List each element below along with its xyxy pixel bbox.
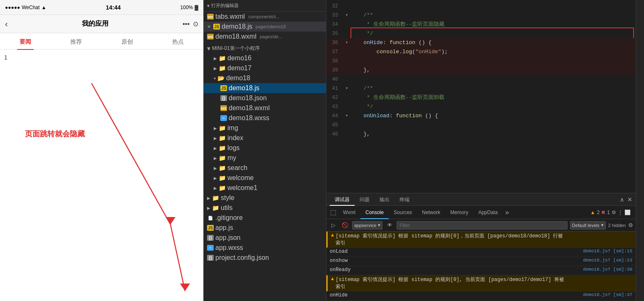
execute-icon[interactable]: ▷ [329,221,338,230]
tab-issues[interactable]: 问题 [355,193,375,206]
console-icons: ∧ ✕ [620,196,632,203]
file-app-json[interactable]: {} app.json [204,233,326,243]
project-chevron: ▾ [207,44,210,52]
devtab-sources[interactable]: Sources [389,206,417,219]
folder-icon-welcome1: 📁 [219,185,226,191]
folder-arrow: ▶ [214,146,217,150]
folder-arrow-open: ▾ [214,76,216,81]
inspect-element-icon[interactable]: ⬚ [328,207,338,217]
folder-demo17[interactable]: ▶ 📁 demo17 [204,63,326,73]
svg-line-2 [170,225,185,291]
file-demo18-js[interactable]: JS demo18.js [204,83,326,93]
editor-panel: 32 33 ▾ /** 34 * 生命周期函数--监听页面隐藏 [326,0,636,301]
tab-yaowen[interactable]: 要闻 [0,38,51,49]
code-line-39: 39 }, [326,66,636,75]
project-root[interactable]: ▾ MINI-01第一个小程序 [204,43,326,53]
file-project-config[interactable]: {} project.config.json [204,253,326,263]
wxml-file-icon2: wx [207,34,214,39]
folder-search[interactable]: ▶ 📁 search [204,163,326,173]
close-file-icon[interactable]: ✕ [207,24,211,30]
code-line-45: 45 [326,121,636,130]
folder-icon-utils: 📁 [212,205,219,211]
svg-line-0 [91,83,170,225]
folder-arrow: ▶ [207,206,210,210]
folder-welcome1[interactable]: ▶ 📁 welcome1 [204,183,326,193]
collapse-icon[interactable]: ∧ [620,196,624,203]
devtools-screen-icon[interactable]: ⬜ [624,210,631,215]
open-file-tabs-wxml[interactable]: wx tabs.wxml components\t... [204,12,326,22]
devtab-console[interactable]: Console [360,206,389,219]
code-line-41: 41 ▾ /** [326,84,636,93]
error-badge: ✖ [601,210,605,215]
code-line-42: 42 * 生命周期函数--监听页面卸载 [326,93,636,102]
network-label: WeChat [22,5,39,10]
folder-demo16[interactable]: ▶ 📁 demo16 [204,53,326,63]
devtab-network[interactable]: Network [417,206,445,219]
right-sidebar [636,0,644,301]
close-console-icon[interactable]: ✕ [627,196,632,203]
folder-my[interactable]: ▶ 📁 my [204,153,326,163]
devtools-gear-icon[interactable]: ⚙ [612,210,616,215]
more-button[interactable]: ••• [183,20,190,28]
json-icon-app: {} [207,235,214,241]
folder-icon-index: 📁 [219,135,226,141]
file-demo18-wxss[interactable]: ~ demo18.wxss [204,113,326,123]
file-app-wxss[interactable]: ~ app.wxss [204,243,326,253]
folder-icon-demo16: 📁 [219,55,226,62]
folder-logs[interactable]: ▶ 📁 logs [204,143,326,153]
tab-redian[interactable]: 热点 [153,38,203,49]
eye-icon[interactable]: 👁 [385,221,394,230]
log-row-sitemap-warn2: ▲ [sitemap 索引情况提示] 根据 sitemap 的规则[0], 当前… [326,275,636,291]
console-filter-bar: ▷ 🚫 appservice ▾ 👁 Default levels ▾ 2 hi… [326,219,636,232]
filter-gear-icon[interactable]: ⚙ [628,222,633,228]
tab-terminal[interactable]: 终端 [395,193,415,206]
battery-label: 100% [180,5,193,10]
folder-icon-style: 📁 [212,195,219,201]
wifi-icon: ▲ [41,5,46,10]
open-file-demo18-js[interactable]: ✕ JS demo18.js pages\demo18 [204,22,326,32]
tab-tuijian[interactable]: 推荐 [51,38,101,49]
folder-welcome[interactable]: ▶ 📁 welcome [204,173,326,183]
folder-demo18[interactable]: ▾ 📂 demo18 [204,73,326,83]
code-line-40: 40 [326,75,636,84]
folder-index[interactable]: ▶ 📁 index [204,133,326,143]
folder-icon-logs: 📁 [219,145,226,151]
warn-icon: ▲ [331,232,334,238]
log-row-onshow: onshow demo18.js? [sm]:23 [326,257,636,266]
context-select[interactable]: appservice ▾ [352,221,382,229]
tab-output[interactable]: 输出 [375,193,395,206]
phone-status-bar: ●●●●● WeChat ▲ 14:44 100% ▓ [0,0,203,15]
file-gitignore[interactable]: 📄 .gitignore [204,213,326,223]
devtools-more-icon[interactable]: ⋮ [618,210,623,215]
devtab-appdata[interactable]: AppData [473,206,503,219]
folder-icon-welcome: 📁 [219,175,226,181]
open-file-demo18-wxml[interactable]: wx demo18.wxml pages\de... [204,32,326,42]
tab-yuanchuang[interactable]: 原创 [102,38,153,49]
code-line-43: 43 */ [326,102,636,111]
code-area: 32 33 ▾ /** 34 * 生命周期函数--监听页面隐藏 [326,0,636,193]
folder-arrow: ▶ [214,156,217,160]
folder-img[interactable]: ▶ 📁 img [204,123,326,133]
svg-marker-3 [180,284,190,291]
levels-select[interactable]: Default levels ▾ [570,221,606,229]
devtab-memory[interactable]: Memory [445,206,473,219]
code-line-44: 44 ▾ onUnload: function () { [326,111,636,121]
devtab-wxml[interactable]: Wxml [338,206,360,219]
tab-debugger[interactable]: 调试器 [330,193,355,206]
folder-utils[interactable]: ▶ 📁 utils [204,203,326,213]
circle-button[interactable]: ⊙ [193,20,198,28]
file-demo18-wxml[interactable]: wx demo18.wxml [204,103,326,113]
folder-style[interactable]: ▶ 📁 style [204,193,326,203]
code-relative-wrapper: 32 33 ▾ /** 34 * 生命周期函数--监听页面隐藏 [326,0,636,141]
folder-icon-demo17: 📁 [219,65,226,72]
filter-input[interactable] [397,221,568,229]
code-lines: 32 33 ▾ /** 34 * 生命周期函数--监听页面隐藏 [326,0,636,141]
devtab-more[interactable]: » [503,209,511,216]
file-app-js[interactable]: JS app.js [204,223,326,233]
nav-icons: ••• ⊙ [183,20,198,28]
back-button[interactable]: ‹ [5,19,8,29]
clear-icon[interactable]: 🚫 [341,221,350,230]
file-demo18-json[interactable]: {} demo18.json [204,93,326,103]
phone-tabs: 要闻 推荐 原创 热点 [0,33,203,50]
annotation-text: 页面跳转就会隐藏 [25,129,85,139]
